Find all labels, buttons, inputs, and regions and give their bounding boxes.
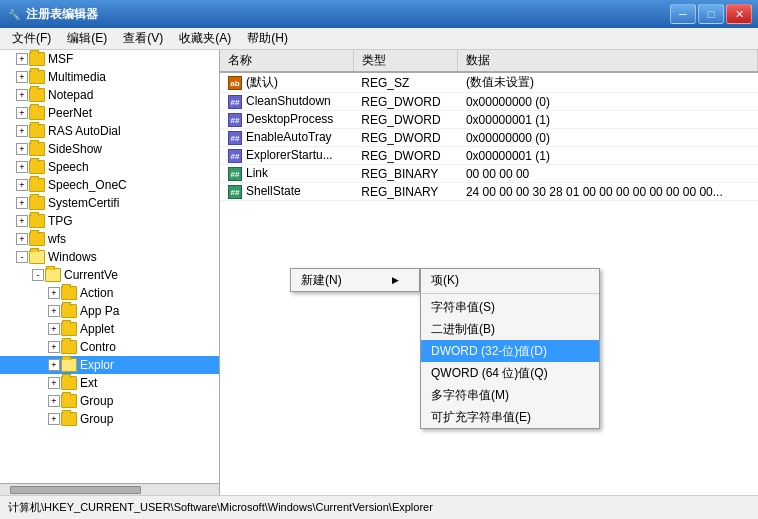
tree-toggle-rasautodial[interactable]: + [16,125,28,137]
tree-item-sideshow[interactable]: + SideShow [0,140,219,158]
menu-file[interactable]: 文件(F) [4,28,59,49]
tree-toggle-contro[interactable]: + [48,341,60,353]
table-row[interactable]: ##DesktopProcess REG_DWORD 0x00000001 (1… [220,111,758,129]
tree-label-multimedia: Multimedia [48,70,106,84]
submenu-item-key[interactable]: 项(K) [421,269,599,291]
maximize-button[interactable]: □ [698,4,724,24]
tree-label-ext: Ext [80,376,97,390]
cell-type: REG_DWORD [353,147,458,165]
submenu-item-expandable[interactable]: 可扩充字符串值(E) [421,406,599,428]
tree-item-peernet[interactable]: + PeerNet [0,104,219,122]
tree-item-notepad[interactable]: + Notepad [0,86,219,104]
new-menu-label: 新建(N) [301,272,342,289]
cell-name: ##EnableAutoTray [220,129,353,147]
tree-toggle-wfs[interactable]: + [16,233,28,245]
close-button[interactable]: ✕ [726,4,752,24]
tree-item-group1[interactable]: + Group [0,392,219,410]
submenu-string-label: 字符串值(S) [431,299,495,316]
tree-item-systemcertifi[interactable]: + SystemCertifi [0,194,219,212]
menu-help[interactable]: 帮助(H) [239,28,296,49]
folder-icon-applet [61,322,77,336]
tree-toggle-currentversion[interactable]: - [32,269,44,281]
table-row[interactable]: ##ExplorerStartu... REG_DWORD 0x00000001… [220,147,758,165]
tree-item-action[interactable]: + Action [0,284,219,302]
tree-horizontal-scroll[interactable] [0,483,219,495]
tree-toggle-group2[interactable]: + [48,413,60,425]
tree-item-currentversion[interactable]: - CurrentVe [0,266,219,284]
context-menu-new[interactable]: 新建(N) ▶ [290,268,420,292]
reg-icon: ## [228,185,242,199]
tree-toggle-speechonec[interactable]: + [16,179,28,191]
submenu-item-binary[interactable]: 二进制值(B) [421,318,599,340]
tree-label-explor: Explor [80,358,114,372]
tree-toggle-group1[interactable]: + [48,395,60,407]
tree-toggle-applet[interactable]: + [48,323,60,335]
menu-favorites[interactable]: 收藏夹(A) [171,28,239,49]
folder-icon-group1 [61,394,77,408]
tree-item-speechonec[interactable]: + Speech_OneC [0,176,219,194]
tree-toggle-explor[interactable]: + [48,359,60,371]
submenu[interactable]: 项(K) 字符串值(S) 二进制值(B) DWORD (32-位)值(D) QW… [420,268,600,429]
minimize-button[interactable]: ─ [670,4,696,24]
tree-toggle-apppa[interactable]: + [48,305,60,317]
cell-type: REG_DWORD [353,93,458,111]
tree-toggle-peernet[interactable]: + [16,107,28,119]
table-row[interactable]: ##EnableAutoTray REG_DWORD 0x00000000 (0… [220,129,758,147]
submenu-item-dword[interactable]: DWORD (32-位)值(D) [421,340,599,362]
submenu-item-string[interactable]: 字符串值(S) [421,296,599,318]
tree-item-tpg[interactable]: + TPG [0,212,219,230]
folder-icon-ext [61,376,77,390]
folder-icon-action [61,286,77,300]
title-bar: 🔧 注册表编辑器 ─ □ ✕ [0,0,758,28]
table-row[interactable]: ab(默认) REG_SZ (数值未设置) [220,72,758,93]
tree-label-msf: MSF [48,52,73,66]
tree-item-apppa[interactable]: + App Pa [0,302,219,320]
tree-item-contro[interactable]: + Contro [0,338,219,356]
tree-item-ext[interactable]: + Ext [0,374,219,392]
cell-name: ##ExplorerStartu... [220,147,353,165]
context-menu-item-new[interactable]: 新建(N) ▶ [291,269,419,291]
table-row[interactable]: ##CleanShutdown REG_DWORD 0x00000000 (0) [220,93,758,111]
col-type: 类型 [353,50,458,72]
tree-toggle-speech[interactable]: + [16,161,28,173]
tree-toggle-systemcertifi[interactable]: + [16,197,28,209]
folder-icon-notepad [29,88,45,102]
tree-label-sideshow: SideShow [48,142,102,156]
tree-toggle-sideshow[interactable]: + [16,143,28,155]
menu-edit[interactable]: 编辑(E) [59,28,115,49]
tree-toggle-tpg[interactable]: + [16,215,28,227]
submenu-binary-label: 二进制值(B) [431,321,495,338]
tree-item-rasautodial[interactable]: + RAS AutoDial [0,122,219,140]
submenu-item-multistring[interactable]: 多字符串值(M) [421,384,599,406]
tree-toggle-ext[interactable]: + [48,377,60,389]
tree-scroll[interactable]: + MSF + Multimedia + Notepad [0,50,219,483]
tree-item-applet[interactable]: + Applet [0,320,219,338]
folder-icon-systemcertifi [29,196,45,210]
tree-toggle-msf[interactable]: + [16,53,28,65]
tree-item-speech[interactable]: + Speech [0,158,219,176]
cell-type: REG_BINARY [353,183,458,201]
tree-toggle-multimedia[interactable]: + [16,71,28,83]
folder-icon-group2 [61,412,77,426]
tree-item-explor[interactable]: + Explor [0,356,219,374]
tree-toggle-action[interactable]: + [48,287,60,299]
folder-icon-rasautodial [29,124,45,138]
table-row[interactable]: ##ShellState REG_BINARY 24 00 00 00 30 2… [220,183,758,201]
reg-icon: ## [228,167,242,181]
cell-data: 24 00 00 00 30 28 01 00 00 00 00 00 00 0… [458,183,758,201]
tree-toggle-notepad[interactable]: + [16,89,28,101]
tree-item-msf[interactable]: + MSF [0,50,219,68]
cell-data: 00 00 00 00 [458,165,758,183]
submenu-item-qword[interactable]: QWORD (64 位)值(Q) [421,362,599,384]
tree-item-windows[interactable]: - Windows [0,248,219,266]
cell-data: 0x00000001 (1) [458,111,758,129]
tree-item-group2[interactable]: + Group [0,410,219,428]
tree-label-currentversion: CurrentVe [64,268,118,282]
tree-item-wfs[interactable]: + wfs [0,230,219,248]
menu-view[interactable]: 查看(V) [115,28,171,49]
folder-icon-sideshow [29,142,45,156]
tree-toggle-windows[interactable]: - [16,251,28,263]
table-row[interactable]: ##Link REG_BINARY 00 00 00 00 [220,165,758,183]
tree-item-multimedia[interactable]: + Multimedia [0,68,219,86]
folder-icon-speechonec [29,178,45,192]
